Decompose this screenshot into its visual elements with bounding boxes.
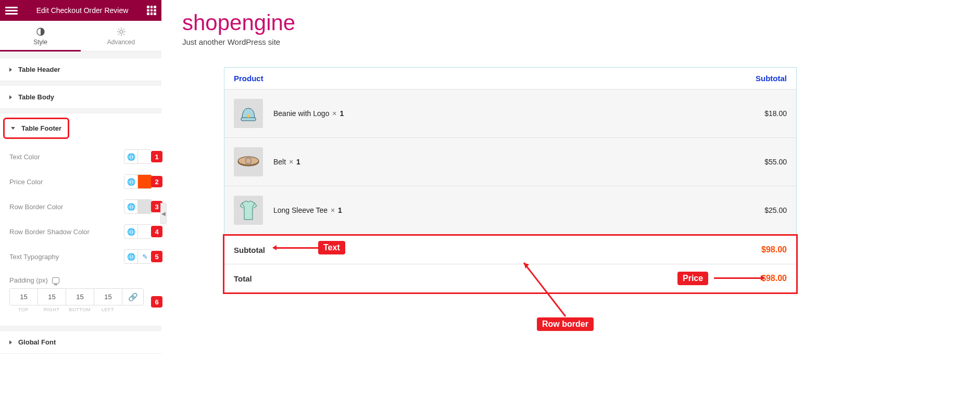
caret-right-icon [9, 340, 12, 344]
text-color-swatch[interactable] [138, 150, 152, 163]
padding-top-input[interactable] [10, 289, 38, 305]
sublabel-right: RIGHT [37, 307, 66, 312]
annotation-badge-4: 4 [151, 226, 162, 237]
section-header-table-footer[interactable]: Table Footer [5, 119, 68, 137]
table-row: Long Sleeve Tee × 1 $25.00 [224, 186, 796, 234]
annotation-badge-6: 6 [151, 296, 162, 308]
control-price-color: Price Color 🌐 2 [9, 169, 152, 194]
preview-canvas: shopengine Just another WordPress site P… [161, 0, 980, 303]
panel-tabs: Style Advanced [0, 21, 161, 52]
annotation-price: Price [677, 272, 708, 285]
label-row-border-color: Row Border Color [9, 203, 63, 211]
sublabel-top: TOP [9, 307, 37, 312]
padding-left-input[interactable] [94, 289, 122, 305]
product-name: Long Sleeve Tee × 1 [273, 206, 342, 214]
svg-point-11 [247, 114, 250, 118]
editor-sidebar: Edit Checkout Order Review Style Advance… [0, 0, 161, 396]
global-color-button[interactable]: 🌐 [124, 175, 138, 188]
svg-line-9 [118, 34, 119, 35]
total-label: Total [234, 274, 252, 283]
subtotal-label: Subtotal [234, 246, 265, 254]
row-price: $25.00 [764, 206, 787, 214]
site-title: shopengine [182, 10, 959, 35]
sidebar-collapse-button[interactable]: ◀ [160, 203, 167, 224]
svg-point-1 [120, 30, 123, 33]
apps-grid-icon[interactable] [147, 6, 156, 15]
section-header-table-body[interactable]: Table Body [0, 86, 161, 108]
label-text-typography: Text Typography [9, 253, 59, 261]
arrow-to-subtotal-label [277, 247, 318, 249]
table-footer-highlight: Subtotal $98.00 Total $98.00 [223, 234, 798, 294]
label-price-color: Price Color [9, 178, 43, 186]
tab-style[interactable]: Style [0, 21, 81, 51]
table-row: Beanie with Logo × 1 $18.00 [224, 89, 796, 137]
table-body: Beanie with Logo × 1 $18.00 Belt × 1 $55… [224, 89, 796, 234]
section-body-table-footer: Text Color 🌐 1 Price Color 🌐 2 [0, 139, 161, 320]
link-values-button[interactable]: 🔗 [122, 289, 143, 305]
tab-advanced-label: Advanced [81, 39, 161, 46]
table-row: Belt × 1 $55.00 [224, 137, 796, 186]
label-padding: Padding (px) [9, 276, 48, 284]
product-thumb [234, 147, 263, 176]
footer-row-subtotal: Subtotal $98.00 [224, 236, 796, 264]
global-color-button[interactable]: 🌐 [124, 150, 138, 163]
control-text-color: Text Color 🌐 1 [9, 144, 152, 169]
row-price: $18.00 [764, 109, 787, 118]
caret-right-icon [9, 68, 12, 72]
row-price: $55.00 [764, 158, 787, 166]
caret-down-icon [11, 127, 15, 130]
section-table-footer: Table Footer Text Color 🌐 1 Price Color [0, 113, 161, 326]
section-global-font: Global Font [0, 330, 161, 354]
footer-row-total: Total $98.00 [224, 264, 796, 292]
section-table-header: Table Header [0, 58, 161, 81]
svg-line-7 [123, 34, 124, 35]
annotation-badge-2: 2 [151, 176, 162, 187]
sidebar-header: Edit Checkout Order Review [0, 0, 161, 21]
subtotal-price: $98.00 [761, 245, 787, 254]
section-header-table-header[interactable]: Table Header [0, 58, 161, 81]
section-title: Global Font [18, 338, 56, 346]
product-name: Belt × 1 [273, 158, 300, 166]
site-tagline: Just another WordPress site [182, 37, 959, 46]
responsive-desktop-icon[interactable] [52, 277, 59, 284]
table-head-row: Product Subtotal [224, 68, 796, 89]
half-circle-icon [36, 27, 45, 36]
gear-icon [117, 27, 126, 36]
product-thumb [234, 99, 263, 128]
header-title: Edit Checkout Order Review [18, 6, 147, 15]
edit-typography-button[interactable]: ✎ [138, 250, 152, 263]
sublabel-bottom: BOTTOM [66, 307, 94, 312]
row-border-color-swatch[interactable] [138, 200, 152, 213]
svg-line-15 [524, 263, 566, 316]
annotation-badge-5: 5 [151, 251, 162, 262]
control-padding: Padding (px) 🔗 TOP [9, 271, 152, 317]
menu-icon[interactable] [5, 4, 18, 17]
padding-right-input[interactable] [38, 289, 66, 305]
highlight-table-footer: Table Footer [3, 118, 69, 139]
row-shadow-swatch[interactable] [138, 225, 152, 238]
global-typography-button[interactable]: 🌐 [124, 250, 138, 263]
annotation-badge-1: 1 [151, 151, 162, 162]
annotation-text: Text [318, 241, 345, 254]
global-color-button[interactable]: 🌐 [124, 225, 138, 238]
head-product: Product [234, 74, 263, 83]
global-color-button[interactable]: 🌐 [124, 200, 138, 213]
section-title: Table Header [18, 66, 60, 73]
padding-bottom-input[interactable] [66, 289, 94, 305]
caret-right-icon [9, 95, 12, 99]
section-header-global-font[interactable]: Global Font [0, 331, 161, 353]
svg-line-8 [123, 29, 124, 30]
control-sections: Table Header Table Body Table Footer [0, 52, 161, 354]
tab-advanced[interactable]: Advanced [81, 21, 161, 51]
arrow-to-row-border [516, 260, 579, 320]
product-name: Beanie with Logo × 1 [273, 109, 344, 118]
price-color-swatch[interactable] [138, 175, 152, 188]
control-row-border-shadow: Row Border Shadow Color 🌐 4 [9, 219, 152, 244]
section-title: Table Footer [21, 124, 61, 132]
section-title: Table Body [18, 93, 54, 101]
sublabel-left: LEFT [94, 307, 122, 312]
head-subtotal: Subtotal [756, 74, 787, 83]
section-table-body: Table Body [0, 85, 161, 109]
control-row-border-color: Row Border Color 🌐 3 [9, 194, 152, 219]
label-row-border-shadow: Row Border Shadow Color [9, 228, 90, 236]
